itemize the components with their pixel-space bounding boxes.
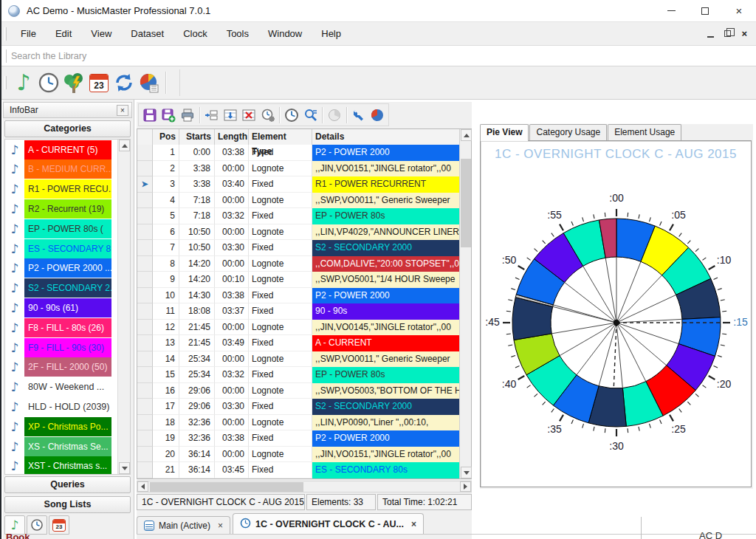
grid-horizontal-scrollbar[interactable]: [137, 481, 472, 492]
tab-main[interactable]: Main (Active)×: [137, 516, 230, 534]
mdi-close-icon[interactable]: ×: [741, 28, 747, 39]
search-filter-icon[interactable]: [301, 106, 320, 125]
refresh-icon[interactable]: [111, 70, 137, 95]
table-row[interactable]: 1832:3600:00Lognote,,LIN,VP0090,"Liner "…: [137, 415, 460, 431]
category-item[interactable]: ♪90 - 90s (61): [5, 298, 130, 317]
tab-element-usage[interactable]: Element Usage: [608, 124, 681, 140]
print-icon[interactable]: [178, 106, 197, 125]
scroll-down-icon[interactable]: [119, 462, 130, 474]
category-item[interactable]: ♪R2 - Recurrent (19): [5, 199, 130, 219]
table-row[interactable]: 610:5000:00Lognote,,LIN,VP4029,"ANNOUNCE…: [137, 224, 460, 241]
search-input[interactable]: [11, 51, 756, 61]
category-item[interactable]: ♪F8 - FILL - 80s (26): [5, 317, 130, 337]
table-row[interactable]: 1629:0600:00Lognote,,SWP,VO5003,"BOTTOM …: [137, 383, 460, 399]
category-item[interactable]: ♪A - CURRENT (5): [5, 140, 130, 159]
clock-icon[interactable]: [36, 70, 61, 95]
category-item[interactable]: ♪P2 - POWER 2000 ...: [5, 258, 130, 278]
maximize-button[interactable]: [688, 0, 722, 21]
category-item[interactable]: ♪EP - POWER 80s (: [5, 219, 130, 238]
tab-category-usage[interactable]: Category Usage: [529, 124, 607, 140]
table-row[interactable]: ➤33:3803:40FixedR1 - POWER RECURRENT: [137, 176, 460, 193]
table-row[interactable]: 1525:3403:32FixedEP - POWER 80s: [137, 367, 460, 383]
category-item[interactable]: ♪S2 - SECONDARY 2...: [5, 278, 130, 298]
grid-vertical-scrollbar[interactable]: [459, 129, 471, 478]
column-header-starts[interactable]: Starts: [179, 129, 215, 145]
scroll-thumb[interactable]: [150, 482, 303, 492]
calendar-tab-icon[interactable]: 23: [49, 515, 69, 535]
column-header-pos[interactable]: Pos: [153, 129, 179, 145]
scroll-up-icon[interactable]: [461, 129, 472, 141]
category-item[interactable]: ♪F9 - FILL - 90s (30): [5, 337, 130, 357]
insert-element-icon[interactable]: [202, 106, 221, 125]
tab-close-icon[interactable]: ×: [411, 519, 416, 529]
category-item[interactable]: ♪XST - Christmas s...: [5, 456, 130, 475]
row-gutter-header[interactable]: [137, 129, 153, 145]
category-item[interactable]: ♪2F - FILL- 2000 (50): [5, 357, 130, 377]
categories-button[interactable]: Categories: [4, 120, 131, 137]
menu-dataset[interactable]: Dataset: [121, 22, 173, 45]
category-item[interactable]: ♪R1 - POWER RECU...: [5, 179, 130, 199]
tools-wrench-icon[interactable]: [349, 106, 368, 125]
delete-row-icon[interactable]: [239, 106, 258, 125]
menu-tools[interactable]: Tools: [217, 22, 258, 45]
clock-properties-icon[interactable]: [258, 106, 278, 125]
column-header-details[interactable]: Details: [312, 129, 460, 145]
menu-clock[interactable]: Clock: [173, 22, 217, 45]
table-row[interactable]: 1221:4500:00Lognote,,JIN,VO0145,"JINGLE …: [137, 320, 460, 336]
category-scrollbar[interactable]: [117, 140, 130, 474]
table-row[interactable]: 1729:0603:30FixedS2 - SECONDARY 2000: [137, 399, 460, 415]
calendar-23-icon[interactable]: 23: [86, 70, 111, 95]
table-row[interactable]: 10:0003:38FixedP2 - POWER 2000: [137, 145, 460, 161]
menu-help[interactable]: Help: [312, 22, 351, 45]
song-lists-button[interactable]: Song Lists: [4, 496, 131, 513]
table-row[interactable]: 1425:3400:00Lognote,,SWP,VO0011," Generi…: [137, 351, 460, 368]
category-item[interactable]: ♪80W - Weekend ...: [5, 377, 130, 397]
table-row[interactable]: 23:3800:00Lognote,,JIN,VO0151,"JINGLE ro…: [137, 161, 460, 177]
close-button[interactable]: ×: [722, 0, 756, 21]
table-row[interactable]: 57:1803:32FixedEP - POWER 80s: [137, 208, 460, 224]
category-item[interactable]: ♪ES - SECONDARY 8...: [5, 238, 130, 258]
tab-clock-active[interactable]: 1C - OVERNIGHT CLOCK C - AU...×: [233, 513, 424, 534]
queries-button[interactable]: Queries: [4, 476, 131, 493]
mdi-restore-icon[interactable]: [724, 30, 731, 37]
tab-pie-view[interactable]: Pie View: [480, 124, 529, 141]
tree-lightning-icon[interactable]: [61, 70, 86, 95]
category-item[interactable]: ♪XS - Christmas Se...: [5, 436, 130, 456]
infobar-close-button[interactable]: ×: [117, 105, 128, 116]
scroll-up-icon[interactable]: [119, 140, 130, 151]
clock-view-icon[interactable]: [282, 106, 301, 125]
table-row[interactable]: 1321:4503:49FixedA - CURRENT: [137, 335, 460, 351]
pie-view-icon[interactable]: [368, 106, 387, 125]
music-note-icon[interactable]: ♪: [11, 70, 36, 95]
table-row[interactable]: 2036:1400:00Lognote,,JIN,VO0151,"JINGLE …: [137, 447, 460, 463]
scroll-right-icon[interactable]: [460, 481, 471, 492]
table-row[interactable]: 914:2000:10Lognote,,SWP,VO5001,"1/4 HOUR…: [137, 272, 460, 288]
save-as-icon[interactable]: [159, 106, 179, 125]
menu-edit[interactable]: Edit: [46, 22, 81, 45]
mdi-minimize-icon[interactable]: [707, 36, 714, 38]
scroll-down-icon[interactable]: [461, 467, 472, 478]
category-item[interactable]: ♪B - MEDIUM CURR...: [5, 159, 130, 179]
column-header-element-type[interactable]: Element Type: [249, 129, 312, 145]
menu-view[interactable]: View: [81, 22, 121, 45]
menu-window[interactable]: Window: [258, 22, 312, 45]
pie-disabled-icon[interactable]: [325, 106, 344, 125]
scroll-left-icon[interactable]: [137, 481, 148, 492]
scroll-thumb[interactable]: [461, 159, 471, 247]
minimize-button[interactable]: [654, 0, 688, 21]
table-row[interactable]: 2136:1403:45FixedES - SECONDARY 80s: [137, 462, 460, 478]
save-icon[interactable]: [140, 106, 159, 125]
table-row[interactable]: 1014:3003:38FixedP2 - POWER 2000: [137, 288, 460, 304]
category-item[interactable]: ♪HLD - HOLD (2039): [5, 396, 130, 416]
table-row[interactable]: 710:5003:30FixedS2 - SECONDARY 2000: [137, 240, 460, 256]
table-row[interactable]: 1118:0803:37Fixed90 - 90s: [137, 303, 460, 320]
menu-file[interactable]: File: [11, 22, 46, 45]
tab-close-icon[interactable]: ×: [218, 521, 223, 531]
table-row[interactable]: 1932:3603:38FixedP2 - POWER 2000: [137, 430, 460, 447]
table-row[interactable]: 47:1800:00Lognote,,SWP,VO0011," Generic …: [137, 193, 460, 209]
pie-chart-icon[interactable]: [137, 70, 162, 95]
add-row-icon[interactable]: [221, 106, 240, 125]
column-header-length[interactable]: Length: [215, 129, 249, 145]
table-row[interactable]: 814:2000:00Lognote,,COM,DALIVE,"20:00 ST…: [137, 256, 460, 272]
category-item[interactable]: ♪XP - Christmas Po...: [5, 416, 130, 436]
